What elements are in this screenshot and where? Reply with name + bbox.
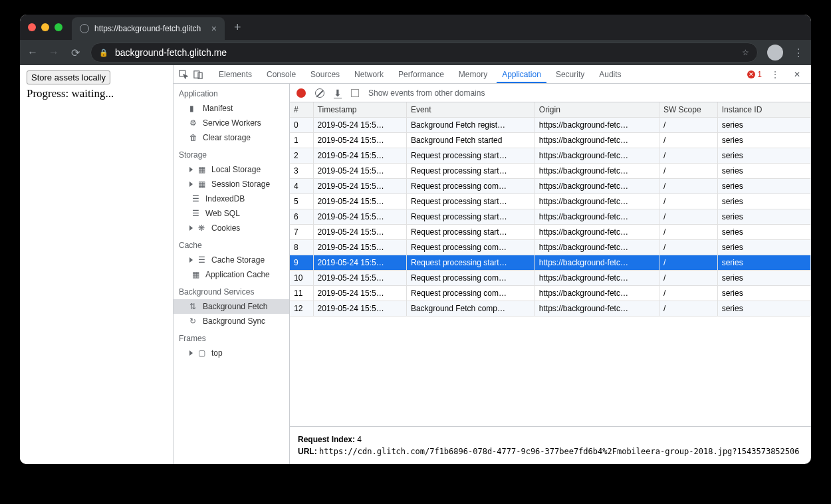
tab-security[interactable]: Security [550,66,590,83]
download-button[interactable]: ⬇ [334,88,342,98]
sidebar-item-background-sync[interactable]: ↻Background Sync [174,314,289,328]
table-row[interactable]: 42019-05-24 15:5…Request processing com…… [290,179,811,194]
cell-ts: 2019-05-24 15:5… [313,164,406,179]
cell-n: 11 [290,286,313,301]
cell-or: https://background-fetc… [534,286,659,301]
col-number[interactable]: # [290,102,313,118]
tab-sources[interactable]: Sources [305,66,345,83]
browser-menu-button[interactable]: ⋮ [792,47,804,59]
devtools-close-button[interactable]: ✕ [788,66,806,83]
main-panel: ⬇ Show events from other domains # Times… [290,84,811,464]
reload-button[interactable]: ⟳ [69,47,81,59]
table-row[interactable]: 02019-05-24 15:5…Background Fetch regist… [290,118,811,133]
sidebar-item-cookies[interactable]: ❋Cookies [174,221,289,235]
table-row[interactable]: 12019-05-24 15:5…Background Fetch starte… [290,133,811,148]
device-toolbar-icon[interactable] [193,70,203,79]
forward-button[interactable]: → [48,47,60,59]
url-value: https://cdn.glitch.com/7f1b6896-078d-477… [319,447,799,456]
table-row[interactable]: 92019-05-24 15:5…Request processing star… [290,255,811,271]
maximize-window-button[interactable] [55,23,62,31]
sidebar-item-session-storage[interactable]: ▦Session Storage [174,177,289,191]
cell-sw: / [659,255,717,271]
table-row[interactable]: 52019-05-24 15:5…Request processing star… [290,194,811,209]
cell-id: series [717,271,810,286]
address-bar[interactable]: 🔒 background-fetch.glitch.me ☆ [90,43,758,63]
tab-console[interactable]: Console [261,66,301,83]
tab-network[interactable]: Network [349,66,389,83]
close-tab-button[interactable]: × [211,23,217,34]
profile-avatar[interactable] [767,45,783,61]
cell-ev: Request processing start… [406,225,534,240]
table-row[interactable]: 22019-05-24 15:5…Request processing star… [290,148,811,164]
tab-memory[interactable]: Memory [453,66,493,83]
col-instance-id[interactable]: Instance ID [717,102,810,118]
cell-n: 9 [290,255,313,271]
cell-id: series [717,179,810,194]
table-row[interactable]: 62019-05-24 15:5…Request processing star… [290,209,811,225]
cell-sw: / [659,240,717,255]
cell-sw: / [659,301,717,316]
cell-or: https://background-fetc… [534,271,659,286]
clear-button[interactable] [315,88,324,98]
swap-icon: ⇅ [189,302,199,311]
tab-elements[interactable]: Elements [213,66,257,83]
store-assets-button[interactable]: Store assets locally [27,70,110,84]
sidebar-item-manifest[interactable]: ▮Manifest [174,101,289,116]
tab-application[interactable]: Application [497,66,546,83]
table-row[interactable]: 82019-05-24 15:5…Request processing com…… [290,240,811,255]
table-row[interactable]: 102019-05-24 15:5…Request processing com… [290,271,811,286]
table-row[interactable]: 32019-05-24 15:5…Request processing star… [290,164,811,179]
gear-icon: ⚙ [189,118,199,128]
cell-or: https://background-fetc… [534,194,659,209]
sidebar-item-application-cache[interactable]: ▦Application Cache [174,267,289,282]
cell-id: series [717,301,810,316]
back-button[interactable]: ← [27,47,39,59]
sidebar-item-clear-storage[interactable]: 🗑Clear storage [174,130,289,145]
expand-icon[interactable] [189,350,193,356]
col-sw-scope[interactable]: SW Scope [659,102,717,118]
cell-ev: Background Fetch comp… [406,301,534,316]
grid-icon: ▦ [192,270,201,279]
devtools-menu-button[interactable]: ⋮ [766,66,784,83]
sidebar-item-service-workers[interactable]: ⚙Service Workers [174,116,289,130]
section-frames: Frames [174,328,289,346]
close-window-button[interactable] [28,23,36,31]
table-row[interactable]: 112019-05-24 15:5…Request processing com… [290,286,811,301]
expand-icon[interactable] [189,167,193,172]
table-row[interactable]: 72019-05-24 15:5…Request processing star… [290,225,811,240]
col-timestamp[interactable]: Timestamp [313,102,406,118]
sidebar-item-background-fetch[interactable]: ⇅Background Fetch [174,299,289,314]
expand-icon[interactable] [189,182,193,187]
minimize-window-button[interactable] [41,23,49,31]
sidebar-item-cache-storage[interactable]: ☰Cache Storage [174,253,289,267]
cell-ev: Request processing com… [406,271,534,286]
col-event[interactable]: Event [406,102,534,118]
table-row[interactable]: 122019-05-24 15:5…Background Fetch comp…… [290,301,811,316]
events-table-wrap[interactable]: # Timestamp Event Origin SW Scope Instan… [290,102,811,426]
cell-ts: 2019-05-24 15:5… [313,179,406,194]
inspect-element-icon[interactable] [179,70,188,79]
sidebar-item-indexeddb[interactable]: ☰IndexedDB [174,191,289,206]
record-button[interactable] [297,88,306,98]
expand-icon[interactable] [189,257,193,263]
new-tab-button[interactable]: + [234,21,241,35]
bookmark-star-icon[interactable]: ☆ [742,48,749,57]
expand-icon[interactable] [189,225,193,231]
cell-or: https://background-fetc… [534,133,659,148]
application-sidebar: Application ▮Manifest ⚙Service Workers 🗑… [174,84,290,464]
show-other-domains-label: Show events from other domains [368,88,485,98]
cell-n: 5 [290,194,313,209]
cell-n: 4 [290,179,313,194]
tab-audits[interactable]: Audits [594,66,626,83]
db-icon: ☰ [192,209,201,218]
cell-ev: Request processing com… [406,179,534,194]
browser-tab[interactable]: https://background-fetch.glitch × [72,17,225,40]
sidebar-item-websql[interactable]: ☰Web SQL [174,206,289,221]
sidebar-item-local-storage[interactable]: ▦Local Storage [174,162,289,177]
sidebar-item-top-frame[interactable]: ▢top [174,346,289,360]
cell-ev: Background Fetch regist… [406,118,534,133]
show-other-domains-checkbox[interactable] [351,89,359,97]
col-origin[interactable]: Origin [534,102,659,118]
error-counter[interactable]: ✕1 [747,70,762,79]
tab-performance[interactable]: Performance [393,66,449,83]
